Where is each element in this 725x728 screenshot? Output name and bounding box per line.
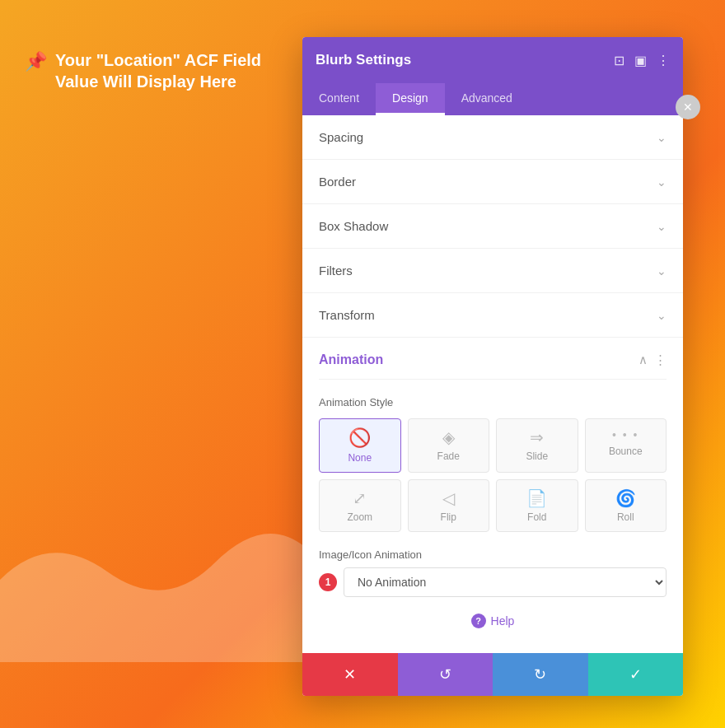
section-box-shadow-label: Box Shadow — [319, 219, 388, 233]
chevron-filters-icon: ⌄ — [657, 264, 667, 278]
undo-button[interactable]: ↺ — [398, 653, 493, 696]
help-label: Help — [491, 614, 515, 628]
anim-btn-fade[interactable]: ◈ Fade — [408, 418, 490, 473]
section-spacing[interactable]: Spacing ⌄ — [302, 115, 683, 160]
anim-roll-label: Roll — [617, 511, 634, 523]
animation-badge: 1 — [319, 573, 337, 591]
anim-btn-zoom[interactable]: ⤢ Zoom — [319, 479, 401, 532]
tab-content[interactable]: Content — [302, 83, 376, 115]
animation-style-grid: 🚫 None ◈ Fade ⇒ Slide • • • Bounce — [319, 418, 667, 532]
anim-flip-label: Flip — [441, 511, 456, 523]
help-row[interactable]: ? Help — [319, 597, 667, 637]
image-icon-animation-row: 1 No Animation Fade In Slide Bounce Zoom — [319, 567, 667, 597]
tab-design[interactable]: Design — [376, 83, 445, 115]
anim-none-label: None — [348, 452, 372, 464]
expand-icon[interactable]: ⊡ — [614, 53, 624, 68]
section-box-shadow[interactable]: Box Shadow ⌄ — [302, 204, 683, 249]
chevron-box-shadow-icon: ⌄ — [657, 220, 667, 233]
section-transform-label: Transform — [319, 308, 375, 322]
anim-bounce-icon: • • • — [612, 429, 638, 441]
image-icon-animation-select[interactable]: No Animation Fade In Slide Bounce Zoom — [344, 567, 667, 597]
chevron-spacing-icon: ⌄ — [657, 131, 667, 144]
anim-none-icon: 🚫 — [348, 429, 371, 447]
panel-title: Blurb Settings — [316, 52, 411, 68]
section-spacing-label: Spacing — [319, 130, 363, 144]
animation-section: Animation ∧ ⋮ Animation Style 🚫 None ◈ F… — [302, 338, 683, 653]
pin-label: Your "Location" ACF Field Value Will Dis… — [55, 49, 297, 92]
image-icon-animation-label: Image/Icon Animation — [319, 548, 667, 561]
cancel-button[interactable]: ✕ — [302, 653, 398, 696]
anim-roll-icon: 🌀 — [615, 490, 636, 506]
anim-btn-slide[interactable]: ⇒ Slide — [496, 418, 578, 473]
animation-section-header: Animation ∧ ⋮ — [319, 338, 667, 380]
anim-btn-none[interactable]: 🚫 None — [319, 418, 401, 473]
tab-advanced[interactable]: Advanced — [445, 83, 529, 115]
panel-header: Blurb Settings ⊡ ▣ ⋮ — [302, 37, 683, 83]
blurb-settings-panel: Blurb Settings ⊡ ▣ ⋮ Content Design Adva… — [302, 37, 683, 696]
section-border[interactable]: Border ⌄ — [302, 160, 683, 204]
animation-style-label: Animation Style — [319, 396, 667, 408]
anim-btn-roll[interactable]: 🌀 Roll — [585, 479, 667, 532]
animation-collapse-icon[interactable]: ∧ — [638, 352, 648, 367]
panel-header-icons: ⊡ ▣ ⋮ — [614, 53, 670, 68]
panel-footer: ✕ ↺ ↻ ✓ — [302, 653, 683, 696]
anim-fade-label: Fade — [437, 450, 460, 462]
section-transform[interactable]: Transform ⌄ — [302, 293, 683, 338]
save-button[interactable]: ✓ — [588, 653, 684, 696]
close-button[interactable]: ✕ — [676, 95, 700, 119]
panel-content[interactable]: Spacing ⌄ Border ⌄ Box Shadow ⌄ Filters … — [302, 115, 683, 653]
chevron-transform-icon: ⌄ — [657, 309, 667, 322]
section-filters-label: Filters — [319, 264, 353, 278]
more-icon[interactable]: ⋮ — [657, 53, 670, 68]
anim-zoom-label: Zoom — [347, 511, 372, 523]
redo-button[interactable]: ↻ — [493, 653, 588, 696]
anim-zoom-icon: ⤢ — [353, 490, 367, 506]
animation-header-icons: ∧ ⋮ — [638, 352, 667, 367]
pin-icon: 📌 — [25, 51, 47, 72]
anim-fold-label: Fold — [527, 511, 546, 523]
anim-btn-fold[interactable]: 📄 Fold — [496, 479, 578, 532]
anim-slide-label: Slide — [526, 450, 548, 462]
anim-fade-icon: ◈ — [442, 429, 455, 446]
animation-title: Animation — [319, 352, 383, 367]
tab-bar: Content Design Advanced — [302, 83, 683, 115]
chevron-border-icon: ⌄ — [657, 175, 667, 189]
anim-slide-icon: ⇒ — [530, 429, 544, 446]
wave-decoration — [0, 497, 305, 662]
anim-btn-flip[interactable]: ◁ Flip — [408, 479, 490, 532]
anim-bounce-label: Bounce — [609, 446, 643, 457]
pin-text-block: 📌 Your "Location" ACF Field Value Will D… — [25, 49, 297, 92]
anim-flip-icon: ◁ — [442, 490, 455, 506]
section-filters[interactable]: Filters ⌄ — [302, 249, 683, 293]
anim-btn-bounce[interactable]: • • • Bounce — [585, 418, 667, 473]
section-border-label: Border — [319, 175, 356, 189]
anim-fold-icon: 📄 — [526, 490, 547, 506]
animation-more-icon[interactable]: ⋮ — [654, 352, 667, 367]
help-icon: ? — [471, 614, 486, 628]
layout-icon[interactable]: ▣ — [634, 53, 647, 68]
